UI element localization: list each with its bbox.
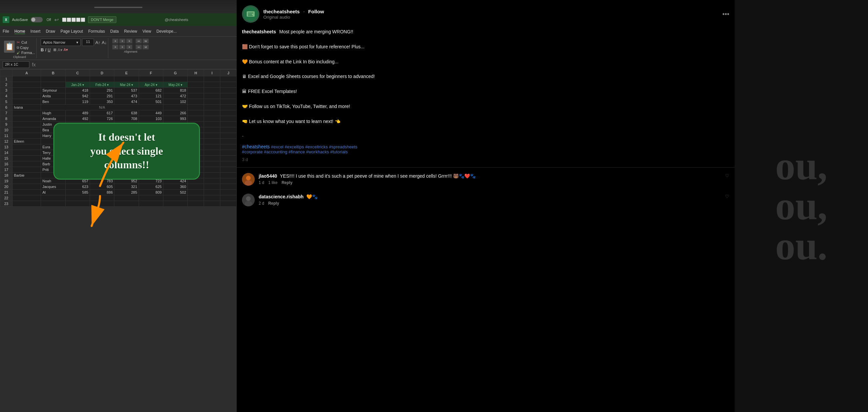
cell-r17-c9[interactable]: [220, 167, 237, 173]
cell-r9-c0[interactable]: [12, 122, 41, 127]
cell-r3-c9[interactable]: [220, 88, 237, 93]
cell-r11-c0[interactable]: [12, 133, 41, 139]
cell-r10-c9[interactable]: [220, 127, 237, 133]
cell-r23-c3[interactable]: [90, 201, 114, 207]
cut-button[interactable]: ✂ Cut: [17, 40, 35, 45]
cell-r1-c2[interactable]: [65, 76, 90, 82]
cell-r4-c6[interactable]: 472: [163, 93, 187, 99]
col-header-h[interactable]: H: [188, 70, 204, 76]
cell-r4-c1[interactable]: Anita: [41, 93, 65, 99]
cell-r22-c8[interactable]: [204, 195, 220, 201]
cell-r22-c0[interactable]: [12, 195, 41, 201]
cell-r4-c5[interactable]: 121: [139, 93, 163, 99]
cell-r10-c8[interactable]: [204, 127, 220, 133]
cell-r1-c0[interactable]: [12, 76, 41, 82]
cell-r1-c6[interactable]: [163, 76, 187, 82]
menu-page-layout[interactable]: Page Layout: [60, 29, 83, 34]
cell-r22-c7[interactable]: [188, 195, 204, 201]
cell-r8-c4[interactable]: 708: [114, 116, 139, 122]
cell-r21-c6[interactable]: 502: [163, 190, 187, 195]
comment-1-avatar[interactable]: [242, 173, 255, 186]
cell-r1-c8[interactable]: [204, 76, 220, 82]
cell-r15-c8[interactable]: [204, 156, 220, 161]
cell-r23-c5[interactable]: [139, 201, 163, 207]
cell-empty-r6-3[interactable]: [220, 105, 237, 110]
cell-r3-c8[interactable]: [204, 88, 220, 93]
cell-r5-c1[interactable]: Ben: [41, 99, 65, 105]
cell-r11-c8[interactable]: [204, 133, 220, 139]
cell-empty-r12-2[interactable]: [204, 139, 220, 144]
cell-empty-r18-2[interactable]: [204, 173, 220, 178]
fill-color-icon[interactable]: A▾: [58, 47, 62, 52]
cell-r22-c9[interactable]: [220, 195, 237, 201]
cell-r14-c9[interactable]: [220, 150, 237, 156]
font-size-input[interactable]: 11: [82, 39, 94, 46]
menu-draw[interactable]: Draw: [46, 29, 55, 34]
cell-r16-c9[interactable]: [220, 161, 237, 167]
align-top-left-btn[interactable]: ≡: [112, 39, 118, 43]
cell-r17-c8[interactable]: [204, 167, 220, 173]
align-center-btn[interactable]: ≡: [119, 45, 125, 49]
cell-r3-c1[interactable]: Seymour: [41, 88, 65, 93]
cell-empty-r6-2[interactable]: [204, 105, 220, 110]
cell-r23-c9[interactable]: [220, 201, 237, 207]
cell-r2-c4[interactable]: Mar-24 ▾: [114, 82, 139, 88]
align-top-center-btn[interactable]: ≡: [119, 39, 125, 43]
cell-r22-c1[interactable]: [41, 195, 65, 201]
cell-r3-c7[interactable]: [188, 88, 204, 93]
cell-r19-c9[interactable]: [220, 178, 237, 184]
cell-r8-c6[interactable]: 993: [163, 116, 187, 122]
cell-r2-c7[interactable]: [188, 82, 204, 88]
cell-r21-c7[interactable]: [188, 190, 204, 195]
underline-button[interactable]: U: [48, 47, 51, 52]
cell-r20-c9[interactable]: [220, 184, 237, 190]
cell-r2-c1[interactable]: [41, 82, 65, 88]
cell-r1-c3[interactable]: [90, 76, 114, 82]
outdent-btn[interactable]: ↤: [136, 45, 142, 49]
cell-r22-c2[interactable]: [65, 195, 90, 201]
cell-r20-c1[interactable]: Jacques: [41, 184, 65, 190]
merge-align-btn[interactable]: M: [143, 45, 149, 49]
cell-r22-c3[interactable]: [90, 195, 114, 201]
cell-r23-c1[interactable]: [41, 201, 65, 207]
cell-r5-c9[interactable]: [220, 99, 237, 105]
cell-r14-c0[interactable]: [12, 150, 41, 156]
col-header-f[interactable]: F: [139, 70, 163, 76]
cell-r8-c1[interactable]: Amanda: [41, 116, 65, 122]
cell-name-r6[interactable]: Ivana: [12, 105, 41, 110]
cell-r9-c8[interactable]: [204, 122, 220, 127]
cell-r1-c5[interactable]: [139, 76, 163, 82]
cell-r7-c4[interactable]: 638: [114, 110, 139, 116]
cell-r2-c0[interactable]: [12, 82, 41, 88]
cell-r3-c0[interactable]: [12, 88, 41, 93]
comment-2-username[interactable]: datascience.rishabh: [259, 194, 304, 199]
cell-r10-c0[interactable]: [12, 127, 41, 133]
cell-r23-c6[interactable]: [163, 201, 187, 207]
cell-r13-c8[interactable]: [204, 144, 220, 150]
comment-1-heart-icon[interactable]: ♡: [725, 173, 729, 178]
cell-r1-c9[interactable]: [220, 76, 237, 82]
cell-r4-c0[interactable]: [12, 93, 41, 99]
cell-r23-c7[interactable]: [188, 201, 204, 207]
more-options-icon[interactable]: •••: [722, 10, 729, 18]
cell-r20-c0[interactable]: [12, 184, 41, 190]
cell-r20-c3[interactable]: 605: [90, 184, 114, 190]
cell-r23-c4[interactable]: [114, 201, 139, 207]
cell-r5-c6[interactable]: 102: [163, 99, 187, 105]
cell-r13-c0[interactable]: [12, 144, 41, 150]
cell-r1-c7[interactable]: [188, 76, 204, 82]
cell-r20-c2[interactable]: 623: [65, 184, 90, 190]
menu-view[interactable]: View: [143, 29, 151, 34]
cell-r20-c6[interactable]: 360: [163, 184, 187, 190]
comment-2-avatar[interactable]: [242, 194, 255, 206]
menu-developer[interactable]: Develope...: [156, 29, 177, 34]
cell-r4-c4[interactable]: 473: [114, 93, 139, 99]
paste-icon[interactable]: 📋: [4, 41, 15, 53]
original-audio[interactable]: Original audio: [264, 15, 718, 20]
cell-r2-c6[interactable]: May-24 ▾: [163, 82, 187, 88]
cell-r21-c1[interactable]: Al: [41, 190, 65, 195]
cell-r21-c9[interactable]: [220, 190, 237, 195]
menu-data[interactable]: Data: [110, 29, 119, 34]
menu-file[interactable]: File: [3, 29, 9, 34]
cell-r15-c9[interactable]: [220, 156, 237, 161]
